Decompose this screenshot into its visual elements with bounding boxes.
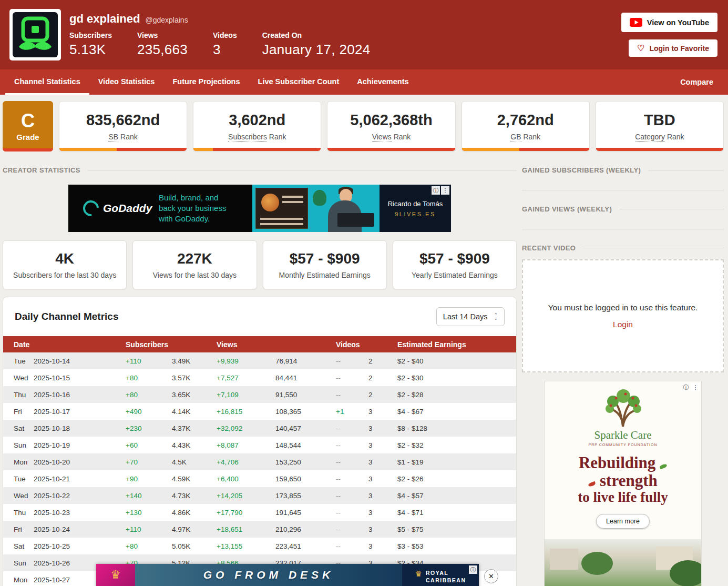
summary-label: Yearly Estimated Earnings	[412, 271, 498, 279]
chevron-up-down-icon: ⌃⌄	[494, 314, 498, 320]
table-row: Fri 2025-10-24 +110 4.97K +18,651 210,29…	[3, 521, 516, 538]
channel-title-row: gd explained @gdexplains	[69, 12, 370, 26]
cell-videos-total: 2	[368, 357, 397, 365]
cell-subs-total: 5.05K	[172, 542, 217, 550]
heading-rule	[619, 209, 724, 209]
login-to-favorite-label: Login to Favorite	[649, 44, 709, 53]
col-subscribers: Subscribers	[126, 340, 217, 349]
rank-value: 835,662nd	[86, 112, 160, 129]
rank-abbr-link[interactable]: SB	[108, 133, 118, 142]
grade-card: C Grade	[3, 101, 53, 151]
login-link[interactable]: Login	[613, 320, 633, 329]
rank-abbr-link[interactable]: GB	[510, 133, 521, 142]
nav-tab[interactable]: Future Projections	[163, 69, 249, 95]
summary-value: 227K	[177, 250, 212, 267]
nav-tab[interactable]: Video Statistics	[89, 69, 164, 95]
cell-views-delta: +4,706	[217, 458, 275, 466]
ad-options-icon[interactable]: ⋮	[441, 186, 449, 195]
nav-tab-label: Future Projections	[172, 77, 240, 86]
date-range-select[interactable]: Last 14 Days ⌃⌄	[436, 307, 505, 326]
rank-sub: SB Rank	[108, 133, 137, 141]
leaf-icon	[659, 463, 668, 469]
cell-earnings: $5 - $75	[397, 526, 506, 533]
cell-videos-total: 3	[368, 475, 397, 483]
creator-statistics-heading: CREATOR STATISTICS	[3, 166, 517, 174]
rank-sub: Subscribers Rank	[228, 133, 286, 141]
cell-views-total: 159,650	[275, 475, 336, 483]
table-body: Tue 2025-10-14 +110 3.49K +9,939 76,914 …	[3, 352, 516, 586]
cell-day: Wed	[14, 374, 34, 382]
channel-stat: Videos 3	[213, 31, 237, 58]
rank-label: Rank	[120, 133, 138, 141]
cell-day: Wed	[14, 492, 34, 500]
cell-subs-delta: +110	[126, 526, 172, 533]
cell-day: Sat	[14, 542, 34, 550]
brand-line1: ROYAL	[426, 570, 448, 576]
summary-cards-row: 4K Subscribers for the last 30 days 227K…	[3, 240, 517, 289]
divider	[522, 229, 724, 229]
table-row: Tue 2025-10-21 +90 4.59K +6,400 159,650 …	[3, 470, 516, 487]
cell-subs-delta: +490	[126, 408, 172, 416]
cell-views-delta: +16,815	[217, 408, 275, 416]
rank-card: 835,662nd SB Rank	[59, 101, 187, 151]
rank-abbr-link[interactable]: Category	[635, 133, 665, 142]
login-to-favorite-button[interactable]: ♡ Login to Favorite	[629, 39, 717, 57]
cell-subs-delta: +140	[126, 492, 172, 500]
view-on-youtube-button[interactable]: View on YouTube	[621, 13, 717, 32]
cell-videos-delta: --	[336, 492, 368, 500]
rank-progress-bar	[596, 148, 723, 151]
cell-day: Mon	[14, 576, 34, 584]
cell-videos-total: 3	[368, 542, 397, 550]
channel-handle: @gdexplains	[145, 16, 188, 24]
nav-tab[interactable]: Channel Statistics	[5, 69, 89, 95]
metrics-header: Daily Channel Metrics Last 14 Days ⌃⌄	[3, 297, 516, 336]
nav-tab[interactable]: Achievements	[348, 69, 417, 95]
cell-date: 2025-10-20	[34, 458, 126, 466]
sparkle-headline: Rebuilding strength to live life fully	[545, 454, 701, 506]
cell-videos-total: 3	[368, 408, 397, 416]
divider	[522, 190, 724, 190]
cell-day: Fri	[14, 408, 34, 416]
recent-video-heading: RECENT VIDEO	[522, 244, 724, 252]
summary-card: 227K Views for the last 30 days	[132, 240, 257, 289]
cell-earnings: $3 - $53	[397, 542, 506, 550]
leaf-icon	[588, 481, 597, 487]
cell-date: 2025-10-15	[34, 374, 126, 382]
channel-stat: Created On January 17, 2024	[262, 31, 371, 58]
grade-label: Grade	[16, 133, 39, 142]
nav-compare-link[interactable]: Compare	[671, 69, 723, 95]
nav-tab[interactable]: Live Subscriber Count	[249, 69, 348, 95]
ad-controls: ⓘ ⋮	[432, 186, 449, 195]
sparkle-care-brand: Sparkle Care	[545, 429, 701, 442]
cell-subs-delta: +80	[126, 374, 172, 382]
rank-value: 5,062,368th	[350, 112, 432, 129]
cell-day: Sun	[14, 441, 34, 449]
sparkle-care-ad[interactable]: ⓘ ⋮ Sparkle Care PRP COMMUNITY FOUNDATIO…	[544, 381, 702, 586]
ad-close-button[interactable]: ✕	[484, 569, 498, 583]
cell-date: 2025-10-24	[34, 526, 126, 533]
cell-earnings: $2 - $32	[397, 441, 506, 449]
ad-info-icon[interactable]: ⓘ	[432, 186, 440, 195]
ad-info-icon[interactable]: ⓘ	[469, 565, 477, 574]
rank-value: 2,762nd	[497, 112, 554, 129]
learn-more-button[interactable]: Learn more	[596, 514, 650, 529]
royal-caribbean-ad-banner[interactable]: ♛ GO FROM DESK ♛ ROYAL CARIBBEAN ⓘ	[96, 564, 479, 586]
cell-subs-total: 3.65K	[172, 391, 217, 399]
ad-options-icon[interactable]: ⋮	[691, 383, 700, 391]
cell-earnings: $2 - $26	[397, 475, 506, 483]
rank-abbr-link[interactable]: Views	[372, 133, 392, 142]
rank-abbr-link[interactable]: Subscribers	[228, 133, 267, 142]
cell-views-delta: +17,790	[217, 509, 275, 517]
ad-info-icon[interactable]: ⓘ	[682, 383, 690, 391]
main-nav: Channel Statistics Video Statistics Futu…	[0, 69, 728, 95]
cell-subs-delta: +70	[126, 458, 172, 466]
login-notice: You must be logged in to use this featur…	[548, 303, 698, 312]
compare-label: Compare	[680, 78, 713, 86]
table-row: Mon 2025-10-20 +70 4.5K +4,706 153,250 -…	[3, 453, 516, 470]
cell-subs-total: 3.57K	[172, 374, 217, 382]
cell-subs-delta: +60	[126, 441, 172, 449]
cell-videos-delta: --	[336, 425, 368, 432]
channel-info: gd explained @gdexplains Subscribers 5.1…	[69, 12, 370, 58]
rank-progress-bar	[462, 148, 589, 151]
godaddy-ad-banner[interactable]: GoDaddy Build, brand, and back your busi…	[68, 185, 451, 232]
